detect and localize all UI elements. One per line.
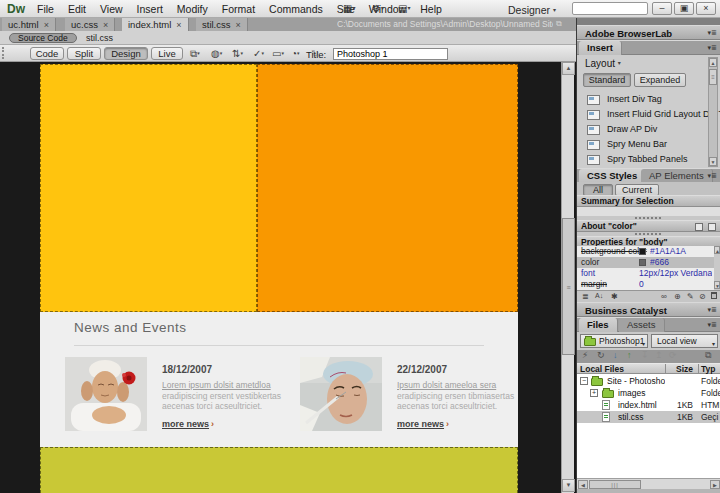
code-view-button[interactable]: Code bbox=[30, 47, 64, 60]
connect-icon[interactable]: ⚡ bbox=[582, 350, 588, 360]
panel-menu-icon[interactable]: ▾≣ bbox=[708, 306, 717, 314]
spry-tabbed-panels[interactable]: Spry Tabbed Panels bbox=[577, 153, 705, 168]
tab-assets[interactable]: Assets bbox=[619, 318, 665, 333]
draw-ap-div[interactable]: Draw AP Div bbox=[577, 123, 705, 138]
close-button[interactable]: × bbox=[696, 2, 716, 15]
edit-rule-icon[interactable]: ✎ bbox=[687, 292, 694, 301]
close-tab-icon[interactable]: × bbox=[236, 20, 241, 30]
color-swatch[interactable] bbox=[639, 248, 646, 255]
css-prop-row[interactable]: margin 0 bbox=[577, 279, 714, 290]
menu-file[interactable]: File bbox=[30, 3, 61, 15]
menu-help[interactable]: Help bbox=[413, 3, 449, 15]
search-input[interactable] bbox=[572, 2, 648, 15]
scroll-thumb[interactable]: ≡ bbox=[562, 218, 575, 355]
panel-menu-icon[interactable]: ▾≣ bbox=[708, 172, 717, 180]
menu-view[interactable]: View bbox=[93, 3, 130, 15]
spa-photo[interactable] bbox=[65, 357, 147, 431]
visual-aids-icon[interactable]: ◔▾ bbox=[291, 48, 300, 59]
expand-icon[interactable]: + bbox=[590, 389, 598, 397]
design-view-button[interactable]: Design bbox=[104, 47, 148, 60]
title-input[interactable] bbox=[333, 48, 448, 61]
scroll-down-icon[interactable]: ▼ bbox=[562, 479, 575, 492]
scroll-thumb[interactable]: ≡ bbox=[709, 69, 717, 85]
restore-button[interactable]: ▣ bbox=[674, 2, 694, 15]
view-select[interactable]: Local view ▾ bbox=[651, 334, 718, 348]
insert-scrollbar[interactable]: ▲ ≡ ▼ bbox=[708, 57, 718, 167]
page-block-orange[interactable] bbox=[257, 64, 518, 312]
tab-uc-css[interactable]: uc.css× bbox=[65, 18, 115, 31]
refresh-icon[interactable]: ↻ bbox=[597, 350, 605, 360]
menu-format[interactable]: Format bbox=[215, 3, 262, 15]
tree-row-index-html[interactable]: index.html 1KB HTML bbox=[577, 399, 720, 411]
panel-menu-icon[interactable]: ▾≣ bbox=[708, 321, 717, 329]
split-view-button[interactable]: Split bbox=[67, 47, 101, 60]
insert-category-dropdown[interactable]: Layout ▾ bbox=[585, 58, 621, 69]
panel-business-catalyst[interactable]: Business Catalyst ▾≣ bbox=[577, 302, 720, 317]
source-code-button[interactable]: Source Code bbox=[9, 33, 77, 43]
injection-photo[interactable] bbox=[300, 357, 382, 431]
tab-stil-css[interactable]: stil.css× bbox=[196, 18, 248, 31]
spry-menu-bar[interactable]: Spry Menu Bar bbox=[577, 138, 705, 153]
css-prop-row[interactable]: font 12px/12px Verdana, ... bbox=[577, 268, 714, 279]
files-horizontal-scrollbar[interactable]: ◀ ||| ▶ bbox=[577, 478, 720, 489]
menu-insert[interactable]: Insert bbox=[130, 3, 170, 15]
show-set-properties-icon[interactable]: ✱ bbox=[611, 292, 618, 301]
panel-menu-icon[interactable]: ▾≣ bbox=[708, 29, 717, 37]
scroll-thumb[interactable]: ||| bbox=[589, 480, 641, 489]
insert-fluid-grid-div[interactable]: Insert Fluid Grid Layout Div Tag bbox=[577, 108, 705, 123]
scroll-down-icon[interactable]: ▼ bbox=[709, 157, 717, 166]
menu-edit[interactable]: Edit bbox=[61, 3, 93, 15]
collapse-icon[interactable]: − bbox=[580, 377, 588, 385]
tree-row-images[interactable]: + images Folde bbox=[577, 387, 720, 399]
tab-insert[interactable]: Insert bbox=[579, 41, 622, 56]
css-prop-row[interactable]: color #666 bbox=[577, 257, 714, 268]
multiscreen-preview-icon[interactable]: ⧉▾ bbox=[190, 48, 200, 60]
close-tab-icon[interactable]: × bbox=[176, 20, 181, 30]
properties-scrollbar[interactable]: ▲ ▼ bbox=[714, 246, 720, 290]
gear-icon[interactable]: ⚙▾ bbox=[372, 3, 384, 14]
canvas-vertical-scrollbar[interactable]: ▲ ≡ ▼ bbox=[561, 62, 574, 493]
close-tab-icon[interactable]: × bbox=[44, 20, 49, 30]
workspace-switcher[interactable]: Designer ▾ bbox=[508, 4, 556, 16]
show-information-icon[interactable] bbox=[695, 223, 703, 231]
site-setup-icon[interactable]: ▤▾ bbox=[398, 3, 410, 14]
new-css-rule-icon[interactable]: ⊕ bbox=[674, 292, 681, 301]
check-in-icon[interactable]: ↥ bbox=[655, 350, 663, 360]
related-file-stil-css[interactable]: stil.css bbox=[86, 33, 113, 43]
tree-row-stil-css[interactable]: stil.css 1KB Geçi bbox=[577, 411, 720, 423]
news-link[interactable]: Ipsum dolsit ameeloa sera bbox=[397, 380, 496, 390]
standard-mode-button[interactable]: Standard bbox=[583, 73, 631, 87]
scroll-left-icon[interactable]: ◀ bbox=[578, 480, 588, 489]
tree-row-site-root[interactable]: − Site - Photoshop1 (C:... Folde bbox=[577, 375, 720, 387]
page-block-yellow[interactable] bbox=[40, 64, 257, 312]
close-tab-icon[interactable]: × bbox=[103, 20, 108, 30]
expanded-mode-button[interactable]: Expanded bbox=[634, 73, 686, 87]
workspace-layout-icon[interactable]: ▦▾ bbox=[343, 3, 355, 14]
files-column-headers[interactable]: Local Files Size Typ bbox=[577, 363, 720, 374]
more-news-link[interactable]: more news› bbox=[162, 419, 282, 429]
menu-commands[interactable]: Commands bbox=[262, 3, 330, 15]
live-view-button[interactable]: Live bbox=[151, 47, 183, 60]
css-prop-row[interactable]: background-color #1A1A1A bbox=[577, 246, 714, 257]
synchronize-icon[interactable]: ⟳ bbox=[669, 350, 677, 360]
disable-css-property-icon[interactable]: ⊘ bbox=[699, 292, 706, 301]
panel-browserlab[interactable]: Adobe BrowserLab ▾≣ bbox=[577, 25, 720, 40]
show-cascade-icon[interactable] bbox=[708, 223, 716, 231]
tab-files[interactable]: Files bbox=[579, 318, 618, 333]
delete-css-rule-icon[interactable] bbox=[711, 292, 717, 299]
scroll-up-icon[interactable]: ▲ bbox=[562, 62, 575, 75]
scroll-up-icon[interactable]: ▲ bbox=[714, 246, 720, 254]
scroll-right-icon[interactable]: ▶ bbox=[710, 480, 720, 489]
check-out-icon[interactable]: ↧ bbox=[641, 350, 649, 360]
tab-index-html[interactable]: index.html× bbox=[122, 18, 189, 31]
show-list-view-icon[interactable]: A↓ bbox=[595, 292, 603, 299]
site-select[interactable]: Photoshop1 ▾ bbox=[580, 334, 648, 348]
w3c-validation-icon[interactable]: ✓▾ bbox=[253, 48, 264, 59]
insert-div-tag[interactable]: Insert Div Tag bbox=[577, 93, 705, 108]
inspect-icon[interactable]: ▭▾ bbox=[272, 48, 284, 59]
color-swatch[interactable] bbox=[639, 259, 646, 266]
menu-modify[interactable]: Modify bbox=[170, 3, 215, 15]
more-news-link[interactable]: more news› bbox=[397, 419, 517, 429]
news-and-events-section[interactable]: News and Events 18/12/2007 bbox=[40, 312, 518, 447]
panel-menu-icon[interactable]: ▾≣ bbox=[708, 44, 717, 52]
